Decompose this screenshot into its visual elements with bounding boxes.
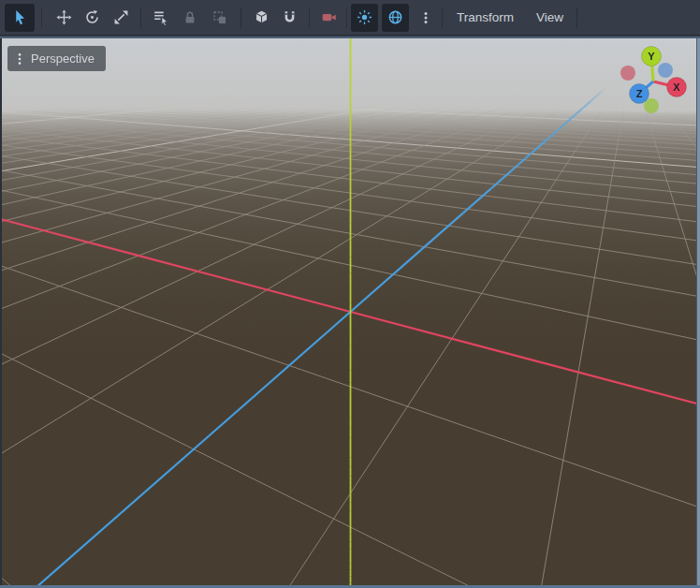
gizmo-z-ball[interactable]: Z — [630, 84, 649, 104]
snap-magnet-icon — [282, 9, 298, 25]
extra-options-menu-button[interactable] — [413, 4, 439, 32]
toolbar-separator — [576, 7, 577, 28]
toolbar-separator — [241, 7, 241, 28]
gizmo-neg-z-ball[interactable] — [658, 63, 673, 78]
rotate-tool-button[interactable] — [78, 4, 107, 32]
viewport-border-left — [0, 38, 2, 588]
view-mode-button[interactable]: Perspective — [7, 46, 106, 71]
select-arrow-icon — [12, 9, 28, 25]
local-space-toggle-button[interactable] — [247, 4, 275, 32]
environment-preview-toggle-button[interactable] — [382, 4, 409, 32]
scale-tool-icon — [113, 9, 129, 25]
sun-preview-toggle-button[interactable] — [351, 4, 378, 32]
select-tool-button[interactable] — [5, 4, 35, 32]
move-tool-button[interactable] — [50, 4, 78, 32]
rotate-tool-icon — [84, 9, 100, 25]
svg-text:Z: Z — [636, 88, 643, 99]
local-space-cube-icon — [254, 9, 270, 25]
svg-text:Y: Y — [648, 51, 655, 62]
axis-navigation-gizmo[interactable]: Y X Z — [606, 41, 700, 118]
group-icon — [212, 10, 227, 25]
lock-icon — [182, 10, 197, 25]
camera-preview-toggle-button[interactable] — [314, 4, 343, 32]
snap-toggle-button[interactable] — [275, 4, 304, 32]
camera-preview-icon — [321, 9, 337, 25]
kebab-menu-icon — [418, 10, 433, 25]
lock-tool-button[interactable] — [175, 4, 205, 32]
gizmo-x-ball[interactable]: X — [667, 78, 687, 97]
toolbar-separator — [140, 7, 141, 28]
world-environment-globe-icon — [387, 9, 403, 25]
sun-icon — [357, 9, 372, 25]
toolbar-separator — [346, 7, 347, 28]
godot-3d-editor: Transform View Perspective Y X — [0, 0, 700, 588]
move-tool-icon — [56, 9, 72, 25]
svg-text:X: X — [673, 81, 680, 93]
list-select-tool-button[interactable] — [146, 4, 175, 32]
gizmo-neg-x-ball[interactable] — [620, 66, 635, 81]
viewport-toolbar: Transform View — [0, 0, 700, 36]
view-mode-label: Perspective — [31, 51, 95, 66]
group-tool-button[interactable] — [205, 4, 235, 32]
toolbar-separator — [442, 7, 443, 28]
view-menu[interactable]: View — [525, 4, 575, 32]
scale-tool-button[interactable] — [107, 4, 136, 32]
viewport-3d-canvas[interactable] — [2, 38, 697, 585]
transform-menu[interactable]: Transform — [445, 4, 525, 32]
list-select-icon — [153, 9, 168, 25]
view-menu-dots-icon — [15, 51, 24, 66]
toolbar-separator — [41, 7, 42, 28]
toolbar-separator — [309, 7, 310, 28]
gizmo-y-ball[interactable]: Y — [642, 47, 662, 66]
